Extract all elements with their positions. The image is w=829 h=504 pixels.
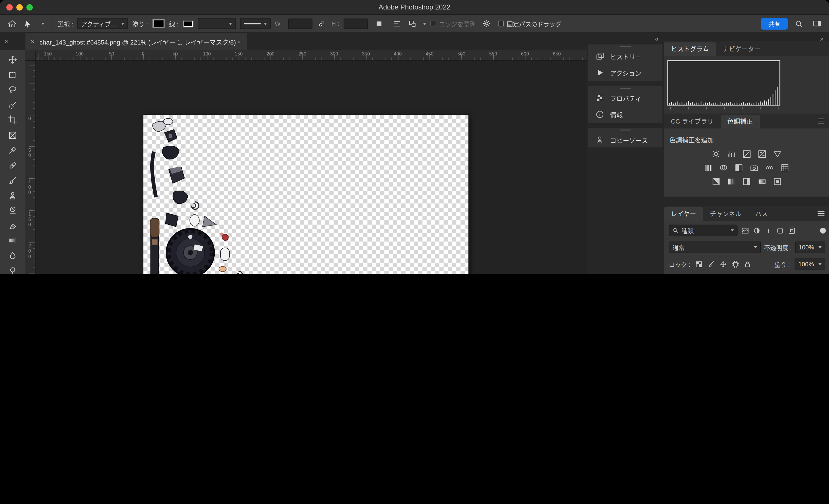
crop-tool[interactable] [3, 113, 22, 127]
stroke-type-dropdown[interactable] [240, 18, 271, 29]
close-tab-icon[interactable]: × [31, 38, 35, 46]
curves-icon[interactable] [742, 150, 751, 159]
vertical-ruler[interactable]: 0 50 100 150 200 250 300 350 400 450 500… [25, 61, 36, 274]
layers-menu-icon[interactable] [818, 210, 825, 217]
stroke-swatch[interactable] [183, 20, 193, 27]
home-button[interactable] [5, 17, 19, 30]
share-button[interactable]: 共有 [761, 18, 788, 29]
vibrance-icon[interactable] [773, 150, 782, 159]
lock-artboard-icon[interactable] [731, 261, 739, 268]
search-icon [794, 19, 803, 28]
ruler-label: 150 [44, 51, 52, 56]
canvas-area[interactable] [36, 61, 587, 274]
tab-layers[interactable]: レイヤー [664, 207, 703, 221]
lock-all-icon[interactable] [744, 261, 751, 268]
black-white-icon[interactable] [734, 163, 743, 172]
tab-channels[interactable]: チャンネル [703, 207, 749, 221]
blend-mode-value: 通常 [673, 243, 685, 251]
properties-panel-button[interactable]: プロパティ [588, 90, 662, 106]
eraser-tool[interactable] [3, 218, 22, 233]
layer-row[interactable]: char_143_ghost[alpha] #64742 [664, 274, 829, 274]
info-panel-button[interactable]: 情報 [588, 106, 662, 123]
photo-filter-icon[interactable] [750, 163, 759, 172]
spot-healing-brush-tool[interactable] [3, 158, 22, 173]
filter-pixel-layers-icon[interactable] [741, 226, 749, 234]
link-dimensions-icon[interactable] [317, 17, 327, 30]
clone-source-panel-button[interactable]: コピーソース [588, 131, 662, 148]
exposure-icon[interactable] [757, 150, 766, 159]
tab-histogram[interactable]: ヒストグラム [664, 42, 716, 56]
move-tool[interactable] [3, 52, 22, 67]
shape-operation-button[interactable] [372, 17, 386, 30]
opacity-dropdown[interactable]: 100% [795, 242, 825, 253]
quick-selection-icon [8, 100, 17, 110]
panel-menu-icon[interactable] [818, 118, 825, 124]
filter-shape-layers-icon[interactable] [776, 226, 784, 234]
frame-tool[interactable] [3, 127, 22, 143]
filter-type-layers-icon[interactable]: T [765, 226, 773, 234]
lasso-tool[interactable] [3, 82, 22, 98]
panel-group-handle[interactable] [620, 46, 630, 47]
eyedropper-tool[interactable] [3, 143, 22, 158]
tab-paths[interactable]: パス [748, 207, 775, 221]
width-input[interactable] [288, 18, 313, 29]
fixed-path-drag-checkbox[interactable]: 固定パスのドラッグ [498, 19, 562, 28]
fill-swatch[interactable] [152, 19, 165, 28]
panel-group-handle[interactable] [620, 129, 630, 131]
brightness-contrast-icon[interactable] [712, 150, 720, 159]
panel-group-handle[interactable] [620, 88, 630, 89]
filter-adjustment-layers-icon[interactable] [753, 226, 761, 234]
threshold-icon[interactable] [742, 177, 751, 186]
gradient-tool[interactable] [3, 233, 22, 248]
actions-panel-button[interactable]: アクション [588, 64, 662, 81]
horizontal-ruler[interactable]: 150 100 50 0 50 100 150 200 250 300 350 … [36, 50, 587, 61]
hue-saturation-icon[interactable] [704, 163, 713, 172]
crop-icon [8, 115, 17, 125]
align-button[interactable] [390, 17, 404, 30]
history-brush-tool[interactable] [3, 203, 22, 218]
color-balance-icon[interactable] [719, 163, 728, 172]
stroke-label: 線 : [169, 19, 179, 28]
lock-pixels-icon[interactable] [708, 261, 715, 268]
stroke-width-dropdown[interactable] [197, 18, 236, 29]
align-edges-checkbox[interactable]: エッジを整列 [430, 19, 476, 28]
lock-position-icon[interactable] [719, 261, 727, 268]
filter-smart-objects-icon[interactable] [788, 226, 796, 234]
posterize-icon[interactable] [727, 177, 735, 186]
collapse-dock-icon[interactable]: « [655, 35, 658, 42]
blend-mode-dropdown[interactable]: 通常 [669, 242, 761, 253]
search-button[interactable] [792, 17, 806, 30]
select-mode-dropdown[interactable]: アクティブなレ… [77, 18, 128, 29]
levels-icon[interactable] [727, 150, 735, 159]
fill-dropdown[interactable]: 100% [794, 258, 825, 270]
layer-filter-dropdown[interactable]: 種類 [669, 225, 737, 236]
dodge-tool[interactable] [3, 263, 22, 274]
lock-transparency-icon[interactable] [695, 261, 702, 268]
arrange-button[interactable] [408, 17, 426, 30]
quick-selection-tool[interactable] [3, 98, 22, 112]
tab-navigator[interactable]: ナビゲーター [716, 42, 767, 56]
current-tool-button[interactable] [23, 17, 44, 30]
height-input[interactable] [344, 18, 368, 29]
expand-tools-icon[interactable]: » [5, 38, 9, 44]
channel-mixer-icon[interactable] [765, 163, 774, 172]
rectangular-marquee-tool[interactable] [3, 68, 22, 82]
workspace-switcher-button[interactable] [810, 17, 824, 30]
lock-label: ロック : [669, 260, 690, 268]
blur-tool[interactable] [3, 248, 22, 263]
tool-options-gear-button[interactable] [480, 17, 494, 30]
history-panel-button[interactable]: ヒストリー [588, 48, 662, 64]
gradient-map-icon[interactable] [757, 177, 766, 186]
filter-toggle-switch[interactable] [820, 228, 826, 233]
ruler-origin-corner[interactable] [25, 50, 36, 61]
tab-cc-libraries[interactable]: CC ライブラリ [664, 115, 720, 128]
document-tab[interactable]: × char_143_ghost #64854.png @ 221% (レイヤー… [25, 33, 248, 50]
tab-adjustments[interactable]: 色調補正 [720, 115, 759, 128]
document-canvas[interactable] [143, 115, 468, 274]
invert-icon[interactable] [712, 177, 720, 186]
color-lookup-icon[interactable] [781, 163, 789, 172]
selective-color-icon[interactable] [773, 177, 782, 186]
brush-tool[interactable] [3, 173, 22, 188]
clone-stamp-tool[interactable] [3, 188, 22, 203]
visibility-toggle[interactable] [664, 274, 680, 274]
